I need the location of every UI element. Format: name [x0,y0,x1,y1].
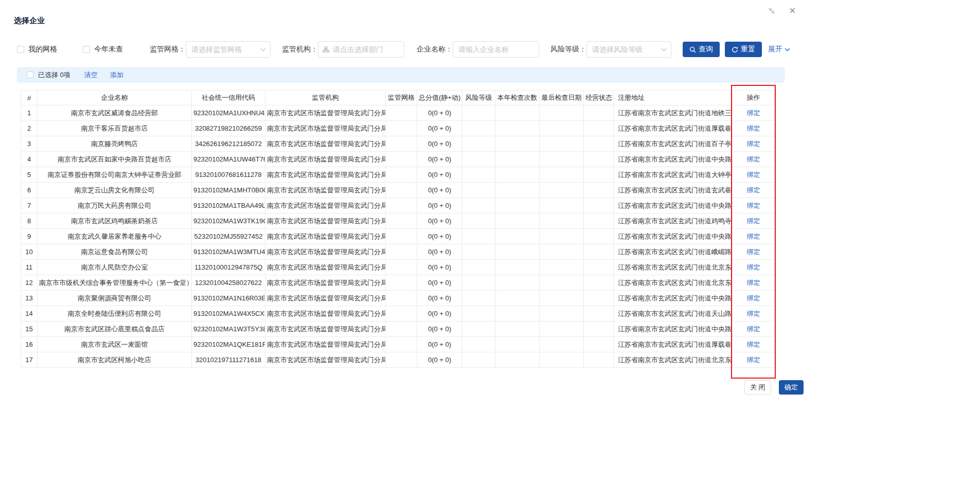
credit-code-cell: 91320102MA1W3MTU4E [192,244,265,260]
query-button-label: 查询 [699,45,713,54]
bind-link[interactable]: 绑定 [747,186,760,194]
credit-code-cell: 91320102MA1MHT0B0C [192,183,265,198]
enterprise-name-cell: 南京滕亮烤鸭店 [38,136,192,152]
grid-cell [386,183,417,198]
refresh-icon [732,46,738,53]
risk-level-select[interactable] [586,41,671,58]
credit-code-cell: 92320102MA1W3T5Y38 [192,322,265,337]
business-status-cell [584,213,614,229]
bind-link[interactable]: 绑定 [747,202,760,209]
last-check-date-cell [540,183,584,198]
bind-link[interactable]: 绑定 [747,217,760,225]
bind-link[interactable]: 绑定 [747,325,760,333]
action-cell: 绑定 [733,260,775,275]
column-header: 总分值(静+动) [417,91,462,105]
enterprise-table: #企业名称社会统一信用代码监管机构监管网格总分值(静+动)风险等级本年检查次数最… [21,90,774,368]
my-grid-checkbox[interactable]: 我的网格 [17,45,57,54]
bind-link[interactable]: 绑定 [747,310,760,317]
check-count-cell [495,306,540,322]
agency-filter-label: 监管机构： [282,45,318,54]
grid-select[interactable] [186,41,271,58]
action-cell: 绑定 [733,198,775,213]
expand-link-label: 展开 [768,45,782,54]
risk-level-cell [462,322,495,337]
bind-link[interactable]: 绑定 [747,171,760,178]
table-row: 7南京万民大药房有限公司91320102MA1TBAA49L南京市玄武区市场监督… [21,198,775,213]
last-check-date-cell [540,105,584,121]
selection-bar: 已选择 0项 清空 添加 [17,67,785,82]
business-status-cell [584,244,614,260]
risk-level-cell [462,136,495,152]
row-index: 2 [21,121,38,136]
fullscreen-toggle-icon[interactable] [768,7,776,15]
grid-cell [386,136,417,152]
business-status-cell [584,291,614,306]
row-index: 15 [21,322,38,337]
not-checked-this-year-checkbox[interactable]: 今年未查 [83,45,123,54]
bind-link[interactable]: 绑定 [747,248,760,256]
select-all-checkbox[interactable] [27,72,33,78]
total-score-cell: 0(0 + 0) [417,183,462,198]
column-header: 最后检查日期 [540,91,584,105]
registered-address-cell: 江苏省南京市玄武区玄武门街道北京东 [614,352,733,368]
risk-level-select-input[interactable] [586,41,671,58]
regulator-cell: 南京市玄武区市场监督管理局玄武门分局 [265,167,386,183]
grid-cell [386,337,417,352]
grid-cell [386,198,417,213]
bind-link[interactable]: 绑定 [747,233,760,240]
credit-code-cell: 91320102MA1TBAA49L [192,198,265,213]
risk-level-cell [462,291,495,306]
bind-link[interactable]: 绑定 [747,294,760,302]
check-count-cell [495,213,540,229]
bind-link[interactable]: 绑定 [747,155,760,163]
action-cell: 绑定 [733,306,775,322]
column-header: 经营状态 [584,91,614,105]
bind-link[interactable]: 绑定 [747,356,760,364]
last-check-date-cell [540,229,584,244]
add-selection-link[interactable]: 添加 [110,70,123,80]
close-icon[interactable]: × [789,6,796,15]
close-button[interactable]: 关 闭 [744,380,771,395]
check-count-cell [495,352,540,368]
expand-link[interactable]: 展开 [768,45,790,54]
agency-picker-input[interactable] [318,41,404,58]
bind-link[interactable]: 绑定 [747,140,760,148]
bind-link[interactable]: 绑定 [747,263,760,271]
bind-link[interactable]: 绑定 [747,109,760,117]
bind-link[interactable]: 绑定 [747,279,760,287]
row-index: 11 [21,260,38,275]
regulator-cell: 南京市玄武区市场监督管理局玄武门分局 [265,198,386,213]
table-row: 16南京市玄武区一麦面馆92320102MA1QKE181F南京市玄武区市场监督… [21,337,775,352]
confirm-button[interactable]: 确定 [779,380,804,395]
risk-level-cell [462,244,495,260]
clear-selection-link[interactable]: 清空 [84,70,98,80]
bind-link[interactable]: 绑定 [747,124,760,132]
enterprise-name-field[interactable] [453,41,539,58]
risk-level-cell [462,167,495,183]
enterprise-name-cell: 南京市玄武区一麦面馆 [38,337,192,352]
registered-address-cell: 江苏省南京市玄武区玄武门街道玄武巷 [614,183,733,198]
regulator-cell: 南京市玄武区市场监督管理局玄武门分局 [265,121,386,136]
credit-code-cell: 92320102MA1UW46T76 [192,152,265,167]
enterprise-name-cell: 南京市玄武区柯旭小吃店 [38,352,192,368]
grid-select-input[interactable] [186,41,271,58]
agency-picker[interactable] [318,41,404,58]
business-status-cell [584,152,614,167]
business-status-cell [584,105,614,121]
table-row: 10南京运意食品有限公司91320102MA1W3MTU4E南京市玄武区市场监督… [21,244,775,260]
registered-address-cell: 江苏省南京市玄武区玄武门街道大钟亭8 [614,167,733,183]
last-check-date-cell [540,337,584,352]
regulator-cell: 南京市玄武区市场监督管理局玄武门分局 [265,337,386,352]
enterprise-name-input[interactable] [453,41,539,58]
reset-button[interactable]: 重置 [725,42,762,57]
registered-address-cell: 江苏省南京市玄武区玄武门街道中央路 [614,291,733,306]
registered-address-cell: 江苏省南京市玄武区玄武门街道地铁三号 [614,105,733,121]
bind-link[interactable]: 绑定 [747,341,760,348]
risk-level-cell [462,352,495,368]
check-count-cell [495,337,540,352]
row-index: 7 [21,198,38,213]
table-row: 1南京市玄武区威涛食品经营部92320102MA1UXHNU4E南京市玄武区市场… [21,105,775,121]
query-button[interactable]: 查询 [683,42,720,57]
row-index: 8 [21,213,38,229]
total-score-cell: 0(0 + 0) [417,105,462,121]
